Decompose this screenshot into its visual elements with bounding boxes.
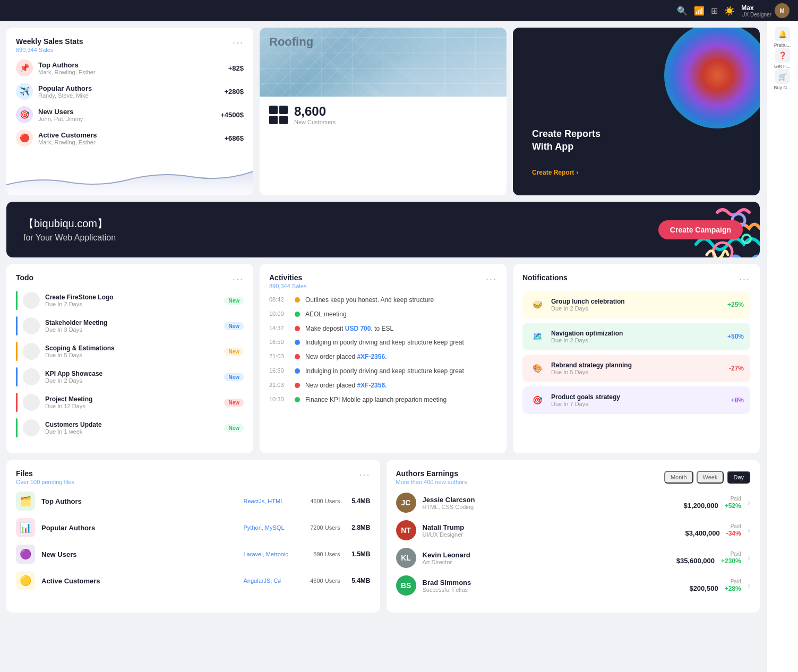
activities-list: 08:42 Outlines keep you honest. And keep… xyxy=(269,296,497,404)
reports-card: Create ReportsWith App Create Report › xyxy=(513,28,760,195)
todo-name: Project Meeting xyxy=(45,395,219,403)
file-name: Popular Authors xyxy=(41,524,237,532)
author-chevron-icon[interactable]: › xyxy=(748,581,750,590)
stat-icon: 🔴 xyxy=(16,130,33,147)
author-item: NT Natali Trump UI/UX Designer Paid $3,4… xyxy=(396,520,751,540)
right-panel-icon: ❓ xyxy=(775,48,790,63)
earnings-tab-month[interactable]: Month xyxy=(664,471,693,484)
create-report-link[interactable]: Create Report › xyxy=(532,169,741,176)
author-name: Brad Simmons xyxy=(423,579,683,587)
stat-icon: 📌 xyxy=(16,59,33,76)
file-name: Top Authors xyxy=(41,497,237,505)
notif-title: Navigation optimization xyxy=(551,330,722,337)
file-tags: Laravel, Metronic xyxy=(244,551,297,557)
todo-menu[interactable]: ··· xyxy=(233,273,244,285)
author-amount-row: $3,400,000 -34% xyxy=(685,529,741,537)
activities-title: Activities xyxy=(269,273,306,282)
row2: Todo ··· Create FireStone Logo Due In 2 … xyxy=(6,264,760,453)
earnings-subtitle: More than 400 new authors xyxy=(396,479,467,485)
activity-dot xyxy=(295,326,300,331)
author-chevron-icon[interactable]: › xyxy=(748,498,750,507)
notif-info: Navigation optimization Due In 2 Days xyxy=(551,330,722,343)
user-role: UX Designer xyxy=(741,12,771,18)
notif-icon: 🥪 xyxy=(529,296,546,313)
activity-text: New order placed #XF-2356. xyxy=(305,352,387,361)
weekly-sales-title: Weekly Sales Stats xyxy=(16,37,83,46)
author-item: KL Kevin Leonard Art Director Paid $35,6… xyxy=(396,548,751,568)
right-panel-item[interactable]: 🛒 Buy N... xyxy=(769,69,796,90)
notification-item: 🥪 Group lunch celebration Due In 2 Days … xyxy=(522,291,750,318)
activity-text: Indulging in poorly driving and keep str… xyxy=(305,338,464,347)
todo-due: Due In 5 Days xyxy=(45,352,219,358)
grid-icon[interactable]: ⊞ xyxy=(711,6,718,16)
author-amount-row: $200,500 +28% xyxy=(689,584,741,592)
activity-dot xyxy=(295,383,300,388)
activity-dot xyxy=(295,397,300,402)
right-panel-item[interactable]: ❓ Get H... xyxy=(769,48,796,69)
notif-value: -27% xyxy=(729,365,744,372)
activity-time: 16:50 xyxy=(269,339,289,345)
file-users: 890 Users xyxy=(303,551,340,557)
right-panel-item[interactable]: 🔔 Prebu... xyxy=(769,27,796,48)
weekly-sales-menu[interactable]: ··· xyxy=(233,37,244,48)
author-earnings: Paid $35,600,000 +230% xyxy=(676,551,741,565)
weekly-sales-subtitle: 890,344 Sales xyxy=(16,47,83,53)
files-title: Files xyxy=(16,469,74,478)
stat-name: Top Authors xyxy=(38,61,223,69)
activity-item: 16:50 Indulging in poorly driving and ke… xyxy=(269,367,497,376)
reports-content: Create ReportsWith App Create Report › xyxy=(522,118,750,186)
signal-icon[interactable]: 📶 xyxy=(694,6,705,16)
author-role: HTML, CSS Coding xyxy=(423,504,677,510)
author-chevron-icon[interactable]: › xyxy=(748,525,750,535)
files-menu[interactable]: ··· xyxy=(359,469,370,480)
todo-name: Stakeholder Meeting xyxy=(45,319,219,326)
earnings-tab-day[interactable]: Day xyxy=(727,471,750,484)
notif-title: Rebrand strategy planning xyxy=(551,361,724,369)
earnings-tabs: MonthWeekDay xyxy=(664,471,750,484)
todo-due: Due In 1 week xyxy=(45,428,219,435)
create-campaign-button[interactable]: Create Campaign xyxy=(658,220,743,239)
author-amount-row: $35,600,000 +230% xyxy=(676,557,741,565)
notif-info: Product goals strategy Due In 7 Days xyxy=(551,393,726,407)
notif-value: +8% xyxy=(731,397,744,404)
todo-info: Stakeholder Meeting Due In 3 Days xyxy=(45,319,219,333)
activity-link[interactable]: #XF-2356. xyxy=(357,353,387,360)
search-icon[interactable]: 🔍 xyxy=(677,6,688,16)
activity-item: 08:42 Outlines keep you honest. And keep… xyxy=(269,296,497,305)
activity-link[interactable]: USD 700. xyxy=(345,325,373,332)
earnings-tab-week[interactable]: Week xyxy=(697,471,724,484)
notif-due: Due In 2 Days xyxy=(551,337,722,343)
stat-icon: 🎯 xyxy=(16,106,33,123)
author-earnings: Paid $1,200,000 +52% xyxy=(684,496,741,510)
notifications-menu[interactable]: ··· xyxy=(739,273,750,285)
activities-menu[interactable]: ··· xyxy=(486,273,497,285)
todo-avatar xyxy=(23,368,40,385)
activity-time: 21:03 xyxy=(269,353,289,359)
activity-text: Finance KPI Mobile app launch preparion … xyxy=(305,395,447,404)
activity-item: 10:00 AEOL meeting xyxy=(269,310,497,319)
weekly-sales-title-group: Weekly Sales Stats 890,344 Sales xyxy=(16,37,83,53)
author-role: Art Director xyxy=(423,559,670,565)
stat-value: +82$ xyxy=(228,64,244,72)
todo-avatar xyxy=(23,343,40,360)
activity-item: 16:50 Indulging in poorly driving and ke… xyxy=(269,338,497,347)
author-chevron-icon[interactable]: › xyxy=(748,553,750,563)
author-amount: $3,400,000 xyxy=(685,529,720,537)
todo-header: Todo ··· xyxy=(16,273,244,285)
author-paid-label: Paid xyxy=(676,551,741,557)
author-paid-label: Paid xyxy=(689,579,741,584)
author-name: Kevin Leonard xyxy=(423,551,670,559)
topbar: 🔍 📶 ⊞ ☀️ Max UX Designer M xyxy=(0,0,798,21)
theme-icon[interactable]: ☀️ xyxy=(724,6,735,16)
author-name: Jessie Clarcson xyxy=(423,496,677,504)
notif-due: Due In 7 Days xyxy=(551,401,726,407)
file-icon: 🟡 xyxy=(16,571,35,590)
todo-info: Project Meeting Due In 12 Days xyxy=(45,395,219,409)
activity-time: 14:37 xyxy=(269,325,289,331)
activity-link[interactable]: #XF-2356. xyxy=(357,382,387,389)
row3: Files Over 100 pending files ··· 🗂️ Top … xyxy=(6,460,760,613)
todo-list: Create FireStone Logo Due In 2 Days New … xyxy=(16,291,244,437)
author-change: +52% xyxy=(725,502,741,510)
activity-time: 10:30 xyxy=(269,396,289,402)
user-avatar[interactable]: M xyxy=(775,3,790,18)
